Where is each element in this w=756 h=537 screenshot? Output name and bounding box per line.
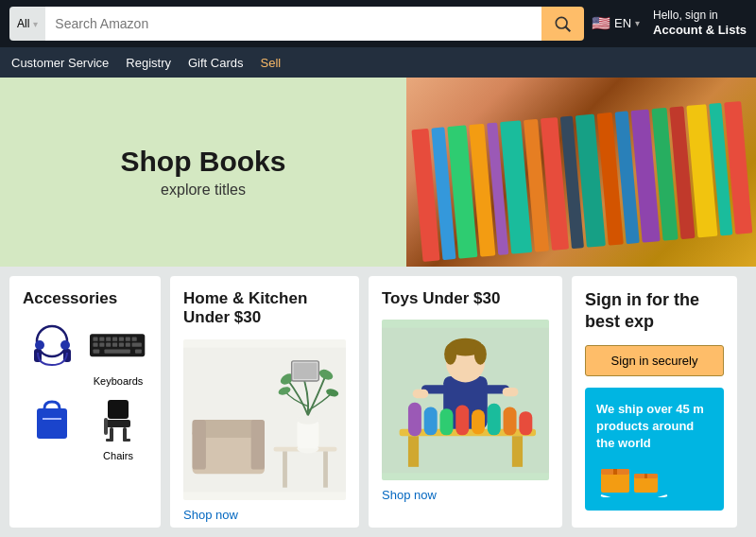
svg-rect-31: [106, 439, 113, 442]
lang-label: EN: [614, 16, 631, 30]
header: All ▾ 🇺🇸 EN ▾ Hello, sign in Account & L…: [0, 0, 756, 47]
svg-rect-27: [108, 400, 129, 419]
hero-text-area: Shop Books explore titles: [0, 78, 406, 267]
chevron-down-icon: ▾: [33, 19, 38, 29]
search-input[interactable]: [45, 7, 541, 41]
accessories-title: Accessories: [23, 289, 147, 308]
sub-navigation: Customer Service Registry Gift Cards Sel…: [0, 47, 756, 78]
svg-rect-16: [99, 342, 104, 346]
svg-rect-15: [93, 342, 97, 346]
account-menu[interactable]: Hello, sign in Account & Lists: [653, 9, 747, 39]
header-right: 🇺🇸 EN ▾ Hello, sign in Account & Lists: [592, 9, 747, 39]
keyboard-icon: [90, 332, 146, 360]
svg-rect-32: [123, 439, 130, 442]
svg-rect-19: [119, 342, 124, 346]
svg-point-0: [557, 17, 568, 28]
home-kitchen-image: [183, 339, 346, 500]
accessory-item-headphones[interactable]: [23, 320, 81, 387]
account-greeting: Hello, sign in: [653, 9, 747, 24]
signin-title: Sign in for the best exp: [585, 289, 724, 334]
svg-rect-9: [99, 337, 104, 340]
svg-rect-72: [519, 411, 532, 435]
home-kitchen-card: Home & Kitchen Under $30: [170, 276, 359, 528]
svg-point-59: [444, 343, 456, 364]
account-link-label: Account & Lists: [653, 23, 747, 37]
subnav-customer-service[interactable]: Customer Service: [11, 56, 109, 70]
accessory-item-bag[interactable]: [23, 394, 81, 461]
toys-card: Toys Under $30: [369, 276, 562, 528]
svg-rect-21: [132, 342, 142, 346]
plant-vase-icon: [183, 344, 346, 495]
amazon-boxes-icon: [596, 459, 672, 497]
svg-rect-75: [613, 469, 617, 475]
svg-rect-70: [488, 404, 501, 436]
hero-banner: Shop Books explore titles: [0, 78, 756, 267]
home-kitchen-title: Home & Kitchen Under $30: [183, 289, 346, 328]
search-category-dropdown[interactable]: All ▾: [9, 7, 45, 41]
accessories-card: Accessories: [9, 276, 161, 528]
subnav-sell[interactable]: Sell: [261, 56, 282, 70]
svg-rect-20: [126, 342, 130, 346]
svg-rect-66: [424, 407, 438, 435]
chair-icon: [98, 397, 138, 444]
shipping-promo: We ship over 45 m products around the wo…: [585, 388, 724, 511]
svg-rect-37: [193, 420, 206, 470]
hero-title: Shop Books: [120, 146, 285, 178]
home-kitchen-shop-now[interactable]: Shop now: [183, 508, 346, 522]
toys-image: [382, 320, 549, 480]
svg-rect-29: [110, 427, 113, 441]
accessory-item-chair[interactable]: Chairs: [89, 394, 147, 461]
search-button[interactable]: [541, 7, 584, 41]
search-bar: All ▾: [9, 7, 584, 41]
svg-point-60: [474, 343, 487, 364]
product-grid: Accessories: [0, 267, 756, 537]
svg-rect-71: [504, 407, 517, 435]
svg-rect-18: [112, 342, 117, 346]
keyboard-image: [90, 320, 146, 372]
toys-title: Toys Under $30: [382, 289, 549, 308]
svg-rect-24: [135, 349, 142, 353]
svg-rect-62: [413, 390, 429, 398]
subnav-gift-cards[interactable]: Gift Cards: [188, 56, 244, 70]
chair-label: Chairs: [103, 450, 133, 461]
subnav-registry[interactable]: Registry: [126, 56, 171, 70]
svg-rect-65: [408, 403, 421, 436]
search-category-label: All: [17, 17, 29, 30]
flag-icon: 🇺🇸: [592, 14, 610, 32]
svg-rect-23: [93, 349, 99, 353]
svg-rect-8: [93, 337, 97, 340]
signin-card: Sign in for the best exp Sign in securel…: [572, 276, 737, 528]
svg-rect-51: [294, 363, 318, 379]
svg-rect-67: [439, 408, 453, 435]
svg-rect-69: [472, 409, 485, 434]
language-selector[interactable]: 🇺🇸 EN ▾: [592, 14, 640, 32]
toys-shop-now[interactable]: Shop now: [382, 488, 549, 502]
bag-icon: [33, 399, 71, 442]
svg-rect-26: [43, 418, 61, 420]
hero-image: [406, 78, 756, 267]
svg-rect-64: [503, 388, 519, 396]
lang-chevron-icon: ▾: [635, 18, 640, 28]
svg-rect-40: [283, 451, 287, 487]
ship-text: We ship over 45 m products around the wo…: [596, 401, 713, 453]
svg-point-5: [35, 340, 44, 350]
svg-rect-38: [251, 420, 265, 470]
accessory-item-keyboards[interactable]: Keyboards: [89, 320, 147, 387]
hero-subtitle: explore titles: [161, 182, 246, 199]
svg-point-6: [60, 340, 70, 350]
books-visual: [406, 78, 756, 267]
svg-rect-55: [512, 436, 523, 467]
svg-line-1: [566, 26, 571, 31]
search-icon: [553, 14, 572, 33]
svg-rect-12: [119, 337, 124, 340]
svg-rect-17: [106, 342, 111, 346]
svg-rect-13: [126, 337, 130, 340]
headphones-image: [24, 320, 80, 372]
child-playing-icon: [382, 322, 549, 478]
svg-rect-54: [408, 436, 419, 467]
svg-rect-22: [104, 349, 129, 353]
svg-rect-25: [37, 408, 67, 439]
chair-image: [90, 394, 146, 446]
svg-point-44: [297, 415, 318, 424]
signin-button[interactable]: Sign in securely: [585, 345, 724, 376]
